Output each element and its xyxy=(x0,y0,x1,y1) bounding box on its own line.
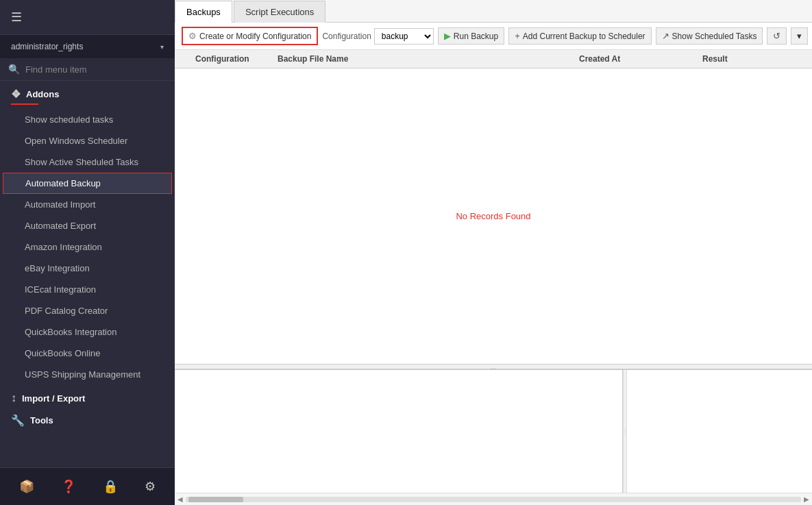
lock-icon[interactable]: 🔒 xyxy=(97,476,123,497)
help-icon[interactable]: ❓ xyxy=(56,476,82,497)
plus-icon: + xyxy=(515,31,520,41)
run-backup-label: Run Backup xyxy=(454,32,498,41)
addons-label: Addons xyxy=(26,89,59,99)
table-empty-message: No Records Found xyxy=(175,69,812,364)
refresh-button[interactable]: ↺ xyxy=(767,27,787,45)
sidebar: ☰ administrator_rights ▾ 🔍 ❖ Addons Show… xyxy=(0,0,175,505)
sidebar-search-container: 🔍 xyxy=(0,58,175,81)
toolbar: ⚙ Create or Modify Configuration Configu… xyxy=(175,23,812,50)
chevron-down-icon: ▾ xyxy=(160,43,164,51)
sidebar-item-icecat-integration[interactable]: ICEcat Integration xyxy=(0,279,175,300)
sidebar-item-quickbooks-online[interactable]: QuickBooks Online xyxy=(0,343,175,364)
addons-underline xyxy=(11,103,38,105)
sidebar-item-automated-backup[interactable]: Automated Backup xyxy=(3,173,172,194)
sidebar-bottom: 📦 ❓ 🔒 ⚙ xyxy=(0,467,175,505)
sidebar-nav: ❖ Addons Show scheduled tasks Open Windo… xyxy=(0,81,175,467)
import-export-label: Import / Export xyxy=(22,393,85,404)
col-header-filename: Backup File Name xyxy=(278,54,579,64)
sidebar-section-tools: 🔧 Tools xyxy=(0,407,175,430)
user-name: administrator_rights xyxy=(11,42,160,51)
show-scheduled-tasks-button[interactable]: ↗ Show Scheduled Tasks xyxy=(656,27,763,45)
table-header: Configuration Backup File Name Created A… xyxy=(175,50,812,69)
sidebar-item-quickbooks-integration[interactable]: QuickBooks Integration xyxy=(0,321,175,343)
create-modify-config-button[interactable]: ⚙ Create or Modify Configuration xyxy=(182,27,318,45)
configuration-label: Configuration xyxy=(322,32,371,41)
sidebar-item-pdf-catalog-creator[interactable]: PDF Catalog Creator xyxy=(0,300,175,321)
tab-script-executions[interactable]: Script Executions xyxy=(234,1,325,23)
tools-icon: 🔧 xyxy=(11,414,25,427)
sidebar-item-show-active-sheduled-tasks[interactable]: Show Active Sheduled Tasks xyxy=(0,151,175,173)
sidebar-item-automated-export[interactable]: Automated Export xyxy=(0,215,175,236)
tools-label: Tools xyxy=(30,415,53,426)
sidebar-item-show-scheduled-tasks[interactable]: Show scheduled tasks xyxy=(0,109,175,130)
lower-right-panel xyxy=(627,370,812,493)
packages-icon[interactable]: 📦 xyxy=(14,476,40,497)
refresh-icon: ↺ xyxy=(773,31,780,41)
table-area: Configuration Backup File Name Created A… xyxy=(175,50,812,505)
resize-handle[interactable]: ... xyxy=(175,364,812,369)
configuration-select[interactable]: backup xyxy=(374,28,434,45)
col-header-result: Result xyxy=(702,54,805,64)
create-modify-label: Create or Modify Configuration xyxy=(199,32,311,41)
bottom-scrollbar: ◀ ▶ xyxy=(175,493,812,505)
add-to-scheduler-label: Add Current Backup to Scheduler xyxy=(523,32,645,41)
scroll-left-arrow[interactable]: ◀ xyxy=(177,495,183,503)
sidebar-user[interactable]: administrator_rights ▾ xyxy=(0,35,175,58)
play-icon: ▶ xyxy=(444,31,451,41)
sidebar-header: ☰ xyxy=(0,0,175,35)
sidebar-section-import-export: ↕ Import / Export xyxy=(0,385,175,407)
search-icon: 🔍 xyxy=(8,64,20,75)
sidebar-item-ebay-integration[interactable]: eBay Integration xyxy=(0,258,175,279)
sidebar-item-usps-shipping-management[interactable]: USPS Shipping Management xyxy=(0,364,175,385)
sidebar-section-addons: ❖ Addons xyxy=(0,81,175,103)
col-header-created-at: Created At xyxy=(579,54,702,64)
tab-backups[interactable]: Backups xyxy=(175,1,232,23)
scrollbar-track[interactable] xyxy=(186,497,801,502)
main-content: Backups Script Executions ⚙ Create or Mo… xyxy=(175,0,812,505)
gear-icon: ⚙ xyxy=(188,31,197,41)
external-link-icon: ↗ xyxy=(662,31,669,41)
lower-left-panel xyxy=(175,370,623,493)
scrollbar-thumb xyxy=(188,497,243,502)
search-input[interactable] xyxy=(25,64,167,75)
tab-bar: Backups Script Executions xyxy=(175,0,812,23)
config-select-wrap: Configuration backup xyxy=(322,28,433,45)
addons-icon: ❖ xyxy=(11,88,21,101)
sidebar-item-automated-import[interactable]: Automated Import xyxy=(0,194,175,215)
settings-icon[interactable]: ⚙ xyxy=(139,476,161,497)
sidebar-item-open-windows-scheduler[interactable]: Open Windows Scheduler xyxy=(0,130,175,151)
import-export-icon: ↕ xyxy=(11,392,16,404)
more-icon: ▾ xyxy=(797,31,802,41)
sidebar-item-amazon-integration[interactable]: Amazon Integration xyxy=(0,236,175,258)
add-to-scheduler-button[interactable]: + Add Current Backup to Scheduler xyxy=(508,27,651,45)
scroll-right-arrow[interactable]: ▶ xyxy=(804,495,809,503)
run-backup-button[interactable]: ▶ Run Backup xyxy=(438,27,504,45)
show-scheduled-tasks-label: Show Scheduled Tasks xyxy=(672,32,757,41)
lower-panel: ⋮ xyxy=(175,369,812,493)
col-header-configuration: Configuration xyxy=(195,54,278,64)
more-button[interactable]: ▾ xyxy=(791,27,808,45)
hamburger-icon[interactable]: ☰ xyxy=(11,10,22,25)
